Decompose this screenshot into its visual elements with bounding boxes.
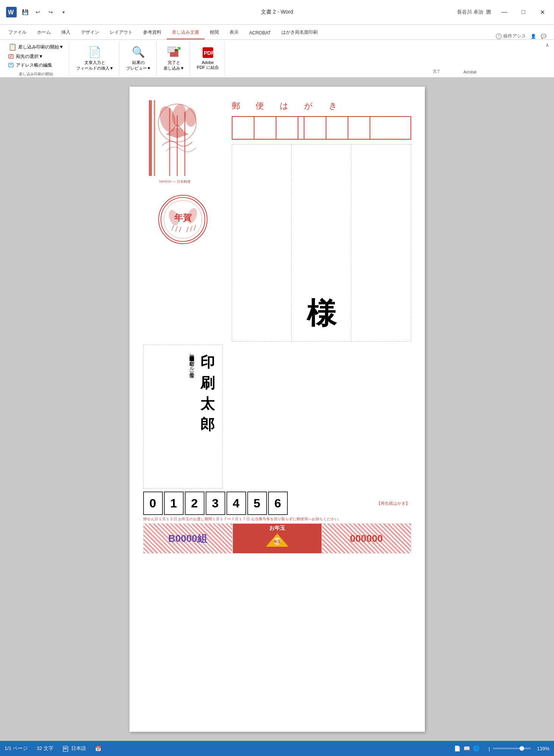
sender-name-4: 郎	[200, 415, 215, 434]
char-count: 32 文字	[37, 745, 53, 752]
new-year-stamp-svg: NIPPON ×× 日本郵便	[147, 100, 219, 187]
bottom-section: 0 1 2 3 4 5 6 【再生紙はがき】 持せん日１月１５日 お年玉のお渡し…	[143, 492, 411, 554]
comment-icon[interactable]: 💬	[541, 34, 546, 39]
postcard-top-section: NIPPON ×× 日本郵便 年賀	[137, 94, 417, 342]
minimize-button[interactable]: —	[496, 0, 513, 25]
preview-button[interactable]: 🔍 結果の プレビュー▼	[122, 41, 155, 76]
web-layout-icon[interactable]: 🌐	[473, 745, 479, 751]
edit-addr-button[interactable]: アドレス帳の編集	[6, 61, 66, 69]
ribbon-group-start: 📋 差し込み印刷の開始▼ 宛先の選択▼ アドレス帳の編集	[3, 41, 69, 76]
assist-link[interactable]: ? 操作アシス	[496, 33, 526, 39]
zip-box-6	[348, 117, 370, 139]
preview-icon: 🔍	[132, 46, 145, 58]
left-stamp-column: NIPPON ×× 日本郵便 年賀	[143, 100, 223, 244]
large-zip-row: 0 1 2 3 4 5 6 【再生紙はがき】	[143, 492, 411, 515]
zip-digit-1: 1	[164, 492, 184, 515]
collapse-ribbon-button[interactable]: ∧	[543, 41, 551, 49]
svg-rect-17	[149, 100, 152, 176]
statusbar: 1/1 ページ 32 文字 日本語 📅 📄 📖 🌐 | 139%	[0, 741, 554, 756]
zip-box-5	[326, 117, 348, 139]
zip-box-7	[370, 117, 392, 139]
main-stamp: NIPPON ×× 日本郵便	[147, 100, 219, 187]
tab-layout[interactable]: レイアウト	[105, 26, 138, 39]
recipient-address-area: 様	[232, 144, 411, 342]
tab-view[interactable]: 表示	[224, 26, 244, 39]
lottery-nengayo-content: お年玉 年玉	[262, 525, 292, 552]
tab-insert[interactable]: 挿入	[56, 26, 76, 39]
tab-mail[interactable]: 差し込み文書	[167, 26, 204, 39]
lottery-section-numbers: 000000	[322, 523, 411, 554]
tab-hagaki[interactable]: はがき宛名面印刷	[276, 26, 323, 39]
account-icon[interactable]: 👤	[531, 34, 536, 39]
write-icon: 📄	[88, 46, 101, 58]
tab-ref[interactable]: 参考資料	[138, 26, 167, 39]
sender-name-3: 太	[200, 394, 215, 414]
svg-text:年玉: 年玉	[273, 540, 281, 544]
recycled-label: 【再生紙はがき】	[289, 501, 411, 506]
page-indicator: 1/1 ページ	[5, 745, 28, 752]
statusbar-right: 📄 📖 🌐 | 139%	[454, 745, 549, 751]
sender-section: 印刷市西区刷版町二条五丁目一ー二、 印刷ビル三〇一号室 印 刷 太 郎	[143, 345, 411, 488]
ribbon-group-write: 📄 文章入力と フィールドの挿入▼	[71, 41, 119, 76]
sender-addr-line2: 印刷ビル三〇一号室	[188, 358, 196, 369]
customize-icon[interactable]: ▼	[58, 7, 69, 17]
print-layout-icon[interactable]: 📄	[454, 745, 460, 751]
zip-box-3	[276, 117, 298, 139]
ribbon-group-acrobat: PDF Adobe PDF に結合 Acrobat	[192, 41, 225, 76]
sender-addr-line1: 印刷市西区刷版町二条五丁目一ー二、	[188, 353, 196, 358]
titlebar: W 💾 ↩ ↪ ▼ 文書 2 - Word 長谷川 卓治 囲 — □ ✕	[0, 0, 554, 25]
zip-digit-4: 4	[226, 492, 246, 515]
select-dest-button[interactable]: 宛先の選択▼	[6, 53, 66, 61]
titlebar-right: 長谷川 卓治 囲 — □ ✕	[457, 0, 554, 25]
lottery-numbers-text: 000000	[350, 533, 383, 544]
sender-content: 印刷市西区刷版町二条五丁目一ー二、 印刷ビル三〇一号室 印 刷 太 郎	[148, 350, 218, 484]
page: NIPPON ×× 日本郵便 年賀	[130, 87, 425, 732]
merge-icon: 📋	[8, 43, 17, 51]
recipient-col-3	[351, 145, 411, 341]
zoom-level: 139%	[537, 746, 549, 751]
word-icon: W	[6, 7, 17, 17]
zip-boxes-top	[232, 116, 411, 140]
zip-box-2	[254, 117, 276, 139]
zoom-slider[interactable]	[493, 748, 531, 749]
dest-icon	[8, 54, 14, 60]
recipient-col-1	[232, 145, 292, 341]
recipient-col-2: 様	[292, 145, 351, 341]
zip-box-1	[233, 117, 254, 139]
nenga-circle-svg: 年賀	[158, 196, 208, 243]
svg-line-35	[186, 227, 188, 232]
sender-box: 印刷市西区刷版町二条五丁目一ー二、 印刷ビル三〇一号室 印 刷 太 郎	[143, 345, 223, 488]
acrobat-group-label: Acrobat	[193, 68, 554, 74]
svg-line-36	[190, 226, 192, 232]
tab-file[interactable]: ファイル	[3, 26, 32, 39]
close-button[interactable]: ✕	[534, 0, 551, 25]
addr-edit-icon	[8, 62, 14, 68]
svg-rect-41	[63, 746, 68, 751]
read-mode-icon[interactable]: 📖	[463, 745, 470, 751]
document-area: NIPPON ×× 日本郵便 年賀	[0, 78, 554, 741]
nengayo-icon-svg: 年玉	[262, 532, 292, 551]
recipient-sama: 様	[307, 294, 336, 334]
ribbon-content: 📋 差し込み印刷の開始▼ 宛先の選択▼ アドレス帳の編集	[0, 40, 554, 78]
undo-icon[interactable]: ↩	[33, 7, 43, 17]
save-icon[interactable]: 💾	[20, 7, 30, 17]
svg-line-33	[175, 226, 177, 232]
language-indicator[interactable]: 日本語	[62, 745, 86, 752]
write-fields-button[interactable]: 📄 文章入力と フィールドの挿入▼	[72, 41, 117, 76]
doc-icon	[62, 746, 69, 752]
redo-icon[interactable]: ↪	[45, 7, 56, 17]
tab-design[interactable]: デザイン	[76, 26, 105, 39]
svg-line-37	[194, 225, 196, 231]
sender-address-text: 印刷市西区刷版町二条五丁目一ー二、 印刷ビル三〇一号室	[188, 353, 196, 369]
sender-name-2: 刷	[200, 373, 215, 393]
tab-review[interactable]: 校閲	[204, 26, 224, 39]
right-postcard-column: 郵 便 は が き 様	[223, 100, 411, 342]
restore-button[interactable]: □	[515, 0, 532, 25]
calendar-icon[interactable]: 📅	[95, 746, 101, 751]
tab-acrobat[interactable]: ACROBAT	[244, 27, 276, 39]
sender-name-1: 印	[200, 353, 215, 372]
quick-access-toolbar: 💾 ↩ ↪ ▼	[20, 7, 69, 17]
start-merge-button[interactable]: 📋 差し込み印刷の開始▼	[6, 42, 66, 52]
zoom-thumb	[520, 746, 524, 751]
tab-home[interactable]: ホーム	[32, 26, 56, 39]
